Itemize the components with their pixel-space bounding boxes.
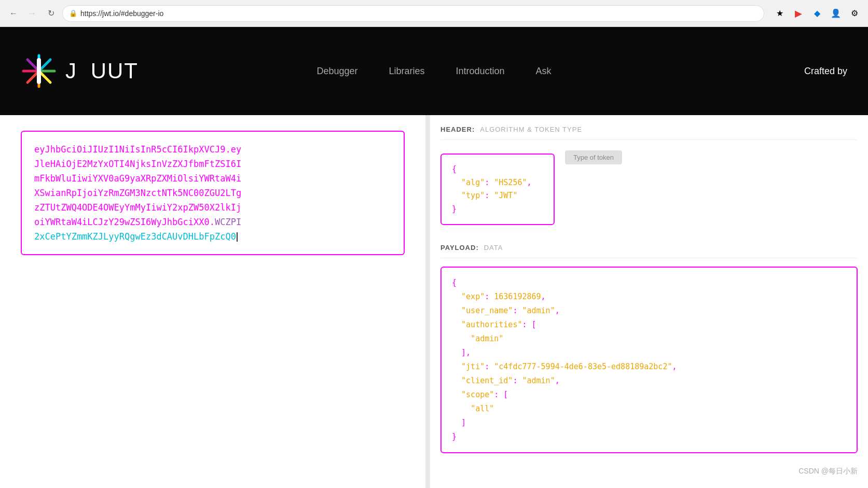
url-text: https://jwt.io/#debugger-io xyxy=(80,9,163,18)
right-panel: HEADER: ALGORITHM & TOKEN TYPE { "alg": … xyxy=(430,115,868,488)
cursor xyxy=(237,232,238,242)
nav-debugger[interactable]: Debugger xyxy=(316,66,357,77)
crafted-by: Crafted by xyxy=(804,66,847,77)
token-part-payload-1: JleHAiOjE2MzYxOTI4NjksInVzZXJfbmFtZSI6I xyxy=(34,159,241,169)
content-area: eyJhbGciOiJIUzI1NiIsInR5cCI6IkpXVCJ9.ey … xyxy=(0,115,868,488)
panel-splitter[interactable] xyxy=(425,115,430,488)
logo-text: J UUT xyxy=(65,59,139,83)
payload-json-box: { "exp": 1636192869, "user_name": "admin… xyxy=(440,267,858,453)
svg-rect-8 xyxy=(37,58,41,84)
browser-actions: ★ ▶ ◆ 👤 ⚙ xyxy=(773,6,862,21)
token-part-header: eyJhbGciOiJIUzI1NiIsInR5cCI6IkpXVCJ9 xyxy=(34,144,225,155)
header-json-box: { "alg": "HS256", "typ": "JWT" } xyxy=(440,154,555,225)
forward-button[interactable]: → xyxy=(25,6,39,21)
header-label: HEADER: xyxy=(440,126,475,133)
payload-section-header: PAYLOAD: DATA xyxy=(440,233,858,258)
header-sublabel: ALGORITHM & TOKEN TYPE xyxy=(480,126,582,133)
token-part-payload-4: zZTUtZWQ4ODE4OWEyYmMyIiwiY2xpZW50X2lkIj xyxy=(34,202,241,213)
settings-icon[interactable]: ⚙ xyxy=(847,6,862,21)
accounts-icon[interactable]: 👤 xyxy=(829,6,843,21)
navbar: J UUT Debugger Libraries Introduction As… xyxy=(0,27,868,115)
token-part-payload-3: XSwianRpIjoiYzRmZGM3NzctNTk5NC00ZGU2LTg xyxy=(34,188,241,198)
payload-sublabel: DATA xyxy=(484,244,503,252)
header-section-header: HEADER: ALGORITHM & TOKEN TYPE xyxy=(440,115,858,140)
token-box[interactable]: eyJhbGciOiJIUzI1NiIsInR5cCI6IkpXVCJ9.ey … xyxy=(21,131,405,255)
payload-label: PAYLOAD: xyxy=(440,244,479,252)
refresh-button[interactable]: ↻ xyxy=(44,6,58,21)
bookmark-icon[interactable]: ★ xyxy=(773,6,787,21)
browser-bar: ← → ↻ 🔒 https://jwt.io/#debugger-io ★ ▶ … xyxy=(0,0,868,27)
back-button[interactable]: ← xyxy=(6,6,21,21)
nav-libraries[interactable]: Libraries xyxy=(389,66,424,77)
nav-ask[interactable]: Ask xyxy=(536,66,552,77)
logo-icon xyxy=(21,53,57,89)
address-bar[interactable]: 🔒 https://jwt.io/#debugger-io xyxy=(62,5,764,22)
token-part-payload-5: oiYWRtaW4iLCJzY29wZSI6WyJhbGciXX0 xyxy=(34,217,210,227)
extension-icon[interactable]: ▶ xyxy=(791,6,806,21)
left-panel: eyJhbGciOiJIUzI1NiIsInR5cCI6IkpXVCJ9.ey … xyxy=(0,115,425,488)
type-of-token-button[interactable]: Type of token xyxy=(565,150,622,164)
app-wrapper: J UUT Debugger Libraries Introduction As… xyxy=(0,27,868,488)
nav-introduction[interactable]: Introduction xyxy=(456,66,505,77)
token-part-payload-2: mFkbWluIiwiYXV0aG9yaXRpZXMiOlsiYWRtaW4i xyxy=(34,173,241,184)
nav-links: Debugger Libraries Introduction Ask xyxy=(316,66,551,77)
footer-text: CSDN @每日小新 xyxy=(440,462,858,481)
token-part-signature: 2xCePtYZmmKZJLyyRQgwEz3dCAUvDHLbFpZcQ0 xyxy=(34,231,236,242)
logo-area: J UUT xyxy=(21,53,139,89)
edge-icon[interactable]: ◆ xyxy=(810,6,824,21)
lock-icon: 🔒 xyxy=(69,9,77,17)
